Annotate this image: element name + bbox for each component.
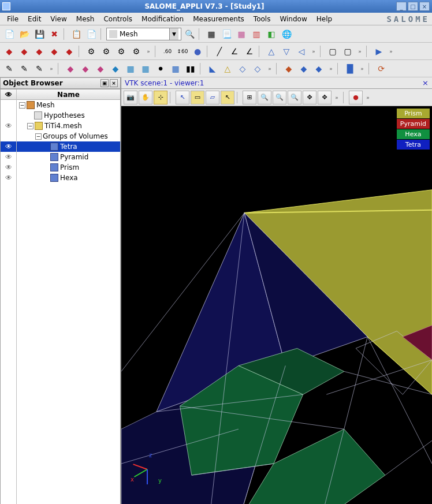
refresh-icon[interactable]: ⟳ [374, 62, 388, 76]
chevron-right-icon[interactable]: » [358, 62, 366, 76]
eye-cell[interactable]: 👁 [1, 173, 16, 183]
quad2-icon[interactable]: ◇ [251, 62, 265, 76]
chevron-right-icon[interactable]: » [364, 91, 372, 104]
doc-icon[interactable]: ▦ [204, 27, 218, 41]
mesh-red2-icon[interactable]: ◆ [17, 44, 31, 58]
tree-row-meshfile[interactable]: − TiTi4.mesh [17, 121, 120, 131]
tree-row-groups[interactable]: − Groups of Volumes [17, 131, 120, 141]
menu-window[interactable]: Window [275, 14, 311, 24]
tree-row-prism[interactable]: Prism [17, 162, 120, 173]
play-icon[interactable]: ▶ [372, 44, 386, 58]
fit-all-icon[interactable]: ⊞ [243, 91, 256, 104]
wand2-icon[interactable]: ✎ [17, 62, 31, 76]
module-combo[interactable]: Mesh ▼ [106, 28, 181, 40]
close-panel-icon[interactable]: × [110, 79, 118, 87]
menu-help[interactable]: Help [312, 14, 337, 24]
interaction-icon[interactable]: ✋ [139, 91, 152, 104]
chevron-down-icon[interactable]: ▼ [169, 28, 178, 40]
menu-modification[interactable]: Modification [137, 14, 188, 24]
eye-cell[interactable] [1, 131, 16, 141]
eye-cell[interactable]: 👁 [1, 121, 16, 131]
gear2-icon[interactable]: ⚙ [99, 44, 113, 58]
tree-row-pyramid[interactable]: Pyramid [17, 152, 120, 162]
select-poly-icon[interactable]: ▱ [206, 91, 219, 104]
mirror-icon[interactable]: ▐▌ [343, 62, 357, 76]
grid2-icon[interactable]: ▦ [169, 62, 183, 76]
menu-tools[interactable]: Tools [249, 14, 275, 24]
chevron-right-icon[interactable]: » [387, 44, 395, 58]
collapse-icon[interactable]: − [19, 102, 25, 109]
eye-cell[interactable]: 👁 [1, 162, 16, 173]
zoom-icon[interactable]: 🔍 [258, 91, 271, 104]
chevron-right-icon[interactable]: » [333, 91, 341, 104]
tree-row-hexa[interactable]: Hexa [17, 173, 120, 183]
menu-view[interactable]: View [46, 14, 71, 24]
collapse-icon[interactable]: − [35, 133, 42, 140]
bars-icon[interactable]: ▮▮ [184, 62, 198, 76]
gear4-icon[interactable]: ⚙ [129, 44, 143, 58]
eye-cell[interactable] [1, 110, 16, 121]
select-arrow-icon[interactable]: ↖ [176, 91, 189, 104]
record-icon[interactable]: ● [349, 91, 363, 104]
paste-icon[interactable]: 📄 [84, 27, 98, 41]
open-icon[interactable]: 📂 [17, 27, 31, 41]
menu-mesh[interactable]: Mesh [72, 14, 99, 24]
mesh-red4-icon[interactable]: ◆ [47, 44, 61, 58]
binoculars-icon[interactable]: 🔍 [183, 27, 196, 41]
chevron-right-icon[interactable]: » [356, 44, 364, 58]
tri-yel-icon[interactable]: △ [221, 62, 234, 76]
node2-icon[interactable]: ◆ [79, 62, 92, 76]
wand3-icon[interactable]: ✎ [32, 62, 46, 76]
chevron-right-icon[interactable]: » [266, 62, 274, 76]
quad-icon[interactable]: ◇ [236, 62, 249, 76]
cube-icon[interactable]: ◧ [265, 27, 278, 41]
tree-row-hypotheses[interactable]: Hypotheses [17, 110, 120, 121]
node5-icon[interactable]: ▦ [124, 62, 137, 76]
eye-cell[interactable]: 👁 [1, 152, 16, 162]
ball-icon[interactable]: ⚫ [154, 62, 167, 76]
vol-icon[interactable]: ◆ [282, 62, 296, 76]
stripes-icon[interactable]: ▥ [249, 27, 263, 41]
tree-row-mesh-root[interactable]: − Mesh [17, 100, 120, 110]
copy-icon[interactable]: 📋 [69, 27, 83, 41]
node-icon[interactable]: ◆ [64, 62, 77, 76]
angle3-icon[interactable]: ∠ [228, 44, 241, 58]
select-rect-icon[interactable]: ▭ [191, 91, 204, 104]
triangle2-icon[interactable]: ▽ [280, 44, 293, 58]
angle-icon[interactable]: .60 [161, 44, 174, 58]
mesh-red3-icon[interactable]: ◆ [32, 44, 46, 58]
gear-icon[interactable]: ⚙ [84, 44, 98, 58]
menu-controls[interactable]: Controls [99, 14, 137, 24]
zoom-rect-icon[interactable]: 🔍 [273, 91, 286, 104]
tri-blue-icon[interactable]: ◣ [206, 62, 219, 76]
maximize-button[interactable]: □ [408, 2, 418, 11]
eye-cell[interactable] [1, 100, 16, 110]
chevron-right-icon[interactable]: » [310, 44, 318, 58]
node3-icon[interactable]: ◆ [94, 62, 107, 76]
new-doc-icon[interactable]: 📄 [2, 27, 16, 41]
delete-icon[interactable]: ✖ [47, 27, 61, 41]
global-pan-icon[interactable]: ✥ [318, 91, 332, 104]
triangle-icon[interactable]: △ [265, 44, 278, 58]
menu-measurements[interactable]: Measurements [188, 14, 249, 24]
mesh-red-icon[interactable]: ◆ [2, 44, 16, 58]
angle4-icon[interactable]: ∠ [243, 44, 256, 58]
globe-icon[interactable]: 🌐 [280, 27, 293, 41]
undock-icon[interactable]: ▣ [100, 79, 109, 87]
vol3-icon[interactable]: ◆ [312, 62, 326, 76]
minimize-button[interactable]: _ [396, 2, 407, 11]
menu-edit[interactable]: Edit [23, 14, 46, 24]
grid-icon[interactable]: ▦ [234, 27, 248, 41]
chevron-right-icon[interactable]: » [327, 62, 335, 76]
angle2-icon[interactable]: ↕60 [176, 44, 189, 58]
wand-icon[interactable]: ✎ [2, 62, 16, 76]
page-icon[interactable]: 📃 [219, 27, 233, 41]
zoom2-icon[interactable]: 🔍 [288, 91, 301, 104]
close-button[interactable]: × [419, 2, 430, 11]
gear3-icon[interactable]: ⚙ [114, 44, 128, 58]
3d-viewport[interactable]: Prism Pyramid Hexa Tetra x y z [121, 106, 432, 504]
chevron-right-icon[interactable]: » [144, 44, 152, 58]
chevron-right-icon[interactable]: » [47, 62, 55, 76]
cube-wire2-icon[interactable]: ▢ [341, 44, 355, 58]
mesh-red5-icon[interactable]: ◆ [62, 44, 76, 58]
